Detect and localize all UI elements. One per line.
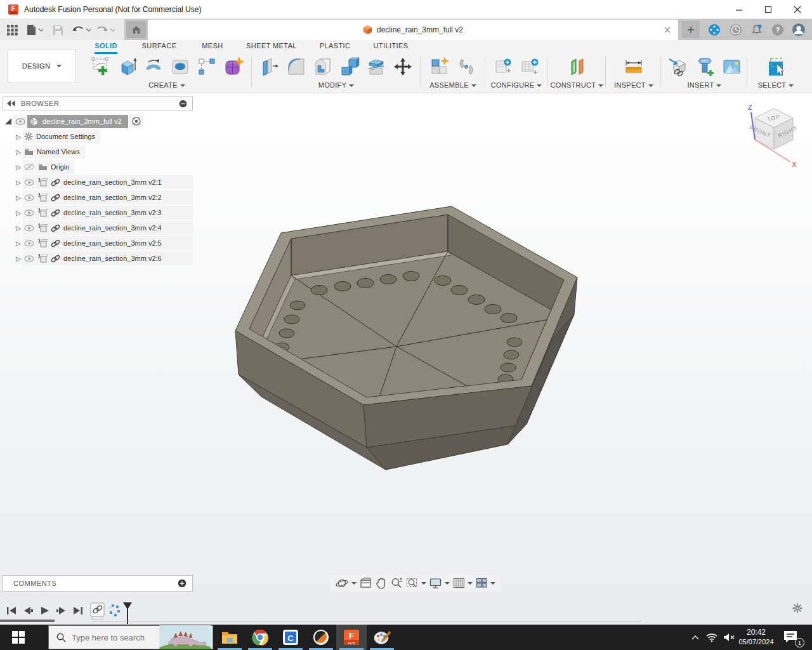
browser-row-component[interactable]: ▷ decline_rain_section_3mm v2:6 bbox=[14, 251, 193, 265]
taskbar-search[interactable] bbox=[48, 625, 213, 649]
combine-icon[interactable] bbox=[337, 54, 362, 79]
expand-arrow-icon[interactable]: ▷ bbox=[14, 133, 23, 140]
chevron-down-icon[interactable] bbox=[445, 582, 450, 585]
configuration-table-icon[interactable] bbox=[518, 54, 542, 79]
search-highlight-dinosaur-image[interactable] bbox=[159, 625, 211, 649]
workspace-selector[interactable]: DESIGN bbox=[8, 49, 76, 83]
taskbar-paint[interactable] bbox=[367, 625, 397, 650]
expand-arrow-icon[interactable]: ▷ bbox=[14, 149, 23, 156]
tab-surface[interactable]: SURFACE bbox=[142, 42, 177, 52]
view-cube[interactable]: TOP FRONT RIGHT Z X bbox=[735, 102, 809, 177]
fillet-icon[interactable] bbox=[284, 54, 308, 79]
browser-row-component[interactable]: ▷ decline_rain_section_3mm v2:4 bbox=[14, 221, 193, 235]
insert-derive-icon[interactable] bbox=[666, 54, 690, 79]
taskbar-chrome[interactable] bbox=[245, 625, 275, 650]
data-panel-icon[interactable] bbox=[5, 23, 19, 37]
chevron-down-icon[interactable] bbox=[468, 582, 473, 585]
tab-mesh[interactable]: MESH bbox=[202, 42, 223, 52]
expand-arrow-icon[interactable]: ▷ bbox=[14, 179, 23, 186]
maximize-button[interactable] bbox=[754, 0, 783, 19]
search-input[interactable] bbox=[72, 633, 159, 642]
insert-canvas-image-icon[interactable] bbox=[719, 54, 743, 79]
expand-arrow-icon[interactable]: ▷ bbox=[14, 164, 23, 171]
save-icon[interactable] bbox=[51, 23, 65, 37]
timeline-scrollbar-thumb[interactable] bbox=[0, 620, 55, 622]
home-tab[interactable] bbox=[126, 21, 146, 38]
browser-row-component[interactable]: ▷ decline_rain_section_3mm v2:1 bbox=[14, 175, 193, 189]
document-tab[interactable]: decline_rain_3mm_full v2 bbox=[148, 20, 678, 40]
tab-close-icon[interactable] bbox=[663, 25, 672, 34]
visibility-eye-icon[interactable] bbox=[24, 194, 34, 201]
browser-row-origin[interactable]: ▷ Origin bbox=[14, 160, 74, 174]
configure-icon[interactable] bbox=[491, 54, 515, 79]
chevron-down-icon[interactable] bbox=[351, 582, 357, 585]
tab-utilities[interactable]: UTILITIES bbox=[374, 42, 409, 52]
browser-row-named-views[interactable]: ▷ Named Views bbox=[14, 145, 85, 159]
configure-menu[interactable]: CONFIGURE bbox=[487, 81, 546, 89]
browser-row-component[interactable]: ▷ decline_rain_section_3mm v2:3 bbox=[14, 206, 193, 220]
measure-icon[interactable] bbox=[622, 54, 646, 79]
expand-arrow-icon[interactable]: ▷ bbox=[14, 240, 23, 247]
tab-sheet-metal[interactable]: SHEET METAL bbox=[246, 42, 297, 52]
move-icon[interactable] bbox=[391, 54, 415, 79]
expand-arrow-icon[interactable]: ▷ bbox=[14, 255, 23, 262]
extensions-icon[interactable] bbox=[707, 23, 721, 37]
create-sketch-icon[interactable] bbox=[88, 54, 112, 79]
minimize-button[interactable] bbox=[724, 0, 754, 19]
fit-tool[interactable] bbox=[405, 576, 428, 591]
shell-icon[interactable] bbox=[311, 54, 335, 79]
browser-root-row[interactable]: decline_rain_3mm_full v2 bbox=[3, 114, 143, 128]
visibility-eye-icon[interactable] bbox=[24, 255, 34, 262]
chevron-down-icon[interactable] bbox=[421, 582, 426, 585]
browser-header[interactable]: BROWSER bbox=[3, 96, 193, 110]
eye-off-icon[interactable] bbox=[24, 163, 35, 171]
orbit-tool[interactable] bbox=[334, 576, 358, 591]
visibility-eye-icon[interactable] bbox=[24, 179, 34, 186]
root-component[interactable]: decline_rain_3mm_full v2 bbox=[27, 115, 128, 128]
expand-arrow-icon[interactable]: ▷ bbox=[14, 194, 23, 201]
action-center-icon[interactable]: 1 bbox=[783, 630, 804, 646]
start-button[interactable] bbox=[0, 625, 37, 650]
extrude-icon[interactable] bbox=[115, 54, 139, 79]
tray-chevron-up-icon[interactable] bbox=[688, 625, 702, 650]
construct-menu[interactable]: CONSTRUCT bbox=[549, 81, 605, 89]
visibility-eye-icon[interactable] bbox=[24, 209, 34, 216]
model-hexagonal-tray[interactable] bbox=[232, 202, 580, 475]
panel-minimize-icon[interactable] bbox=[179, 100, 187, 108]
collapse-panel-icon[interactable] bbox=[7, 100, 16, 107]
inspect-menu[interactable]: INSPECT bbox=[608, 81, 660, 89]
tray-clock[interactable]: 20:42 05/07/2024 bbox=[736, 628, 776, 646]
tab-plastic[interactable]: PLASTIC bbox=[320, 42, 351, 52]
tray-wifi-icon[interactable] bbox=[704, 625, 719, 650]
construct-plane-icon[interactable] bbox=[565, 54, 589, 79]
assemble-menu[interactable]: ASSEMBLE bbox=[422, 81, 483, 89]
browser-row-component[interactable]: ▷ decline_rain_section_3mm v2:5 bbox=[14, 236, 193, 250]
visibility-eye-icon[interactable] bbox=[13, 114, 27, 128]
taskbar-app-round[interactable] bbox=[306, 625, 336, 650]
timeline-go-to-end[interactable] bbox=[71, 605, 84, 616]
undo-icon[interactable] bbox=[71, 23, 91, 37]
expand-arrow-icon[interactable]: ▷ bbox=[14, 209, 23, 216]
close-button[interactable] bbox=[783, 0, 812, 19]
timeline-step-back[interactable] bbox=[22, 605, 34, 616]
split-body-icon[interactable] bbox=[364, 54, 388, 79]
timeline-feature-pattern[interactable] bbox=[108, 602, 123, 620]
timeline-feature-linked-component[interactable] bbox=[89, 602, 106, 621]
comments-panel[interactable]: COMMENTS bbox=[3, 575, 193, 592]
file-menu-icon[interactable] bbox=[25, 23, 44, 37]
timeline-settings-gear-icon[interactable] bbox=[792, 603, 802, 616]
timeline-go-to-start[interactable] bbox=[5, 605, 18, 616]
profile-avatar[interactable] bbox=[792, 23, 806, 37]
insert-menu[interactable]: INSERT bbox=[663, 81, 746, 89]
joint-icon[interactable] bbox=[454, 54, 478, 79]
help-icon[interactable]: ? bbox=[771, 23, 785, 37]
timeline-step-forward[interactable] bbox=[55, 605, 67, 616]
notifications-bell-icon[interactable] bbox=[750, 23, 764, 37]
select-icon[interactable] bbox=[764, 54, 788, 79]
revolve-icon[interactable] bbox=[141, 54, 166, 79]
zoom-tool[interactable] bbox=[389, 576, 404, 591]
insert-fastener-icon[interactable] bbox=[693, 54, 717, 79]
hole-icon[interactable] bbox=[168, 54, 192, 79]
taskbar-app-c[interactable]: C bbox=[275, 625, 306, 650]
new-component-icon[interactable] bbox=[428, 54, 452, 79]
